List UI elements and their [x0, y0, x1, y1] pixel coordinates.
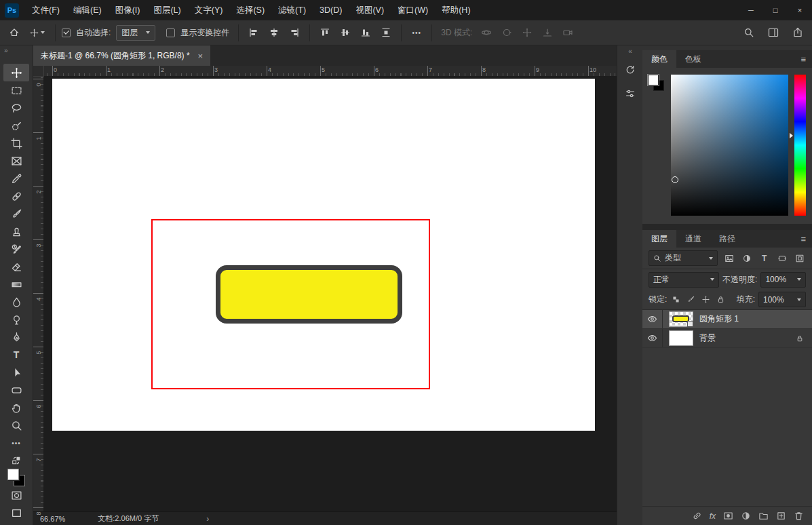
type-tool[interactable]: T: [3, 346, 29, 364]
menu-layer[interactable]: 图层(L): [147, 0, 187, 20]
menu-filter[interactable]: 滤镜(T): [271, 0, 313, 20]
hue-slider-handle[interactable]: [790, 133, 793, 138]
menu-file[interactable]: 文件(F): [25, 0, 66, 20]
crop-tool[interactable]: [3, 134, 29, 152]
new-layer-button[interactable]: [776, 511, 786, 521]
foreground-color-swatch[interactable]: [7, 469, 19, 480]
shape-tool[interactable]: [3, 381, 29, 399]
auto-select-dropdown[interactable]: 图层: [116, 25, 155, 41]
frame-tool[interactable]: [3, 152, 29, 170]
show-transform-checkbox[interactable]: [166, 28, 175, 37]
align-center-horizontal-button[interactable]: [265, 24, 283, 41]
gradient-tool[interactable]: [3, 275, 29, 293]
layer-thumbnail[interactable]: [669, 311, 693, 327]
toolbar-flyout-icon[interactable]: »: [0, 45, 7, 54]
menu-window[interactable]: 窗口(W): [391, 0, 435, 20]
filter-adjustment-layers-button[interactable]: [741, 252, 753, 265]
zoom-tool[interactable]: [3, 416, 29, 434]
search-button[interactable]: [740, 24, 758, 41]
menu-type[interactable]: 文字(Y): [188, 0, 230, 20]
lasso-tool[interactable]: [3, 99, 29, 117]
default-swap-colors-button[interactable]: [12, 456, 21, 465]
properties-panel-button[interactable]: [621, 85, 639, 102]
eraser-tool[interactable]: [3, 258, 29, 275]
filter-type-layers-button[interactable]: T: [758, 252, 771, 265]
menu-3d[interactable]: 3D(D): [313, 0, 349, 20]
workspace-switcher-button[interactable]: [765, 24, 782, 41]
new-group-button[interactable]: [758, 511, 769, 521]
menu-image[interactable]: 图像(I): [109, 0, 147, 20]
blur-tool[interactable]: [3, 293, 29, 311]
blend-mode-dropdown[interactable]: 正常: [649, 272, 719, 288]
home-button[interactable]: [5, 24, 23, 41]
tab-paths[interactable]: 路径: [710, 230, 744, 248]
history-brush-tool[interactable]: [3, 240, 29, 258]
fill-dropdown[interactable]: 100%: [758, 292, 806, 307]
visibility-toggle[interactable]: [642, 329, 663, 347]
rectangular-marquee-tool[interactable]: [3, 81, 29, 99]
delete-layer-button[interactable]: [794, 511, 804, 521]
layer-row-background[interactable]: 背景: [642, 329, 812, 348]
align-top-button[interactable]: [316, 24, 334, 41]
panel-menu-icon[interactable]: ≡: [794, 50, 812, 68]
quick-selection-tool[interactable]: [3, 117, 29, 134]
align-bottom-button[interactable]: [357, 24, 374, 41]
eyedropper-tool[interactable]: [3, 170, 29, 187]
clone-stamp-tool[interactable]: [3, 222, 29, 240]
tool-preset-button[interactable]: [26, 24, 49, 41]
healing-brush-tool[interactable]: [3, 187, 29, 205]
edit-toolbar-button[interactable]: •••: [3, 434, 29, 452]
pen-tool[interactable]: [3, 328, 29, 346]
link-layers-button[interactable]: [692, 511, 702, 521]
align-right-button[interactable]: [286, 24, 303, 41]
color-swatch-pair[interactable]: [648, 75, 665, 216]
menu-edit[interactable]: 编辑(E): [66, 0, 109, 20]
visibility-toggle[interactable]: [642, 310, 663, 328]
tab-close-button[interactable]: ×: [198, 51, 204, 61]
move-tool[interactable]: [3, 64, 29, 81]
tab-color[interactable]: 颜色: [642, 50, 676, 68]
filter-pixel-layers-button[interactable]: [723, 252, 735, 265]
lock-transparent-pixels-button[interactable]: [670, 294, 682, 305]
align-left-button[interactable]: [245, 24, 263, 41]
align-center-vertical-button[interactable]: [336, 24, 354, 41]
tab-channels[interactable]: 通道: [676, 230, 710, 248]
foreground-color-chip[interactable]: [648, 75, 659, 85]
tab-swatches[interactable]: 色板: [676, 50, 710, 68]
hand-tool[interactable]: [3, 399, 29, 416]
saturation-brightness-field[interactable]: [671, 75, 788, 216]
new-adjustment-layer-button[interactable]: [741, 511, 751, 521]
lock-position-button[interactable]: [700, 294, 712, 305]
opacity-dropdown[interactable]: 100%: [760, 272, 806, 288]
menu-view[interactable]: 视图(V): [349, 0, 391, 20]
filter-shape-layers-button[interactable]: [776, 252, 788, 265]
color-picker-handle[interactable]: [672, 176, 678, 183]
foreground-background-swatches[interactable]: [7, 469, 25, 486]
history-panel-button[interactable]: [621, 61, 639, 79]
expand-panels-button[interactable]: «: [628, 45, 632, 55]
canvas-viewport[interactable]: [43, 76, 617, 511]
distribute-button[interactable]: [377, 24, 395, 41]
path-selection-tool[interactable]: [3, 364, 29, 381]
document-tab[interactable]: 未标题-1 @ 66.7% (圆角矩形 1, RGB/8) * ×: [33, 45, 210, 66]
layer-thumbnail[interactable]: [669, 330, 693, 346]
layer-filter-dropdown[interactable]: 类型: [649, 250, 718, 266]
lock-image-pixels-button[interactable]: [685, 294, 697, 305]
dodge-tool[interactable]: [3, 311, 29, 328]
layer-row-rounded-rectangle[interactable]: 圆角矩形 1: [642, 310, 812, 329]
maximize-button[interactable]: □: [763, 0, 788, 20]
auto-select-checkbox[interactable]: [62, 28, 71, 37]
zoom-level-field[interactable]: 66.67%: [40, 515, 65, 523]
add-layer-mask-button[interactable]: [723, 511, 733, 521]
vertical-ruler[interactable]: 0 1 2 3 4 5 6 7 8: [33, 76, 44, 511]
layer-style-button[interactable]: fx: [710, 511, 716, 521]
screen-mode-button[interactable]: [3, 504, 29, 522]
minimize-button[interactable]: ─: [739, 0, 763, 20]
share-button[interactable]: [789, 24, 807, 41]
panel-menu-icon[interactable]: ≡: [794, 230, 812, 248]
hue-slider[interactable]: [794, 75, 806, 216]
menu-select[interactable]: 选择(S): [229, 0, 271, 20]
horizontal-ruler[interactable]: 0 1 2 3 4 5 6 7 8 9 10: [43, 66, 617, 77]
menu-help[interactable]: 帮助(H): [435, 0, 477, 20]
quick-mask-button[interactable]: [3, 486, 29, 504]
